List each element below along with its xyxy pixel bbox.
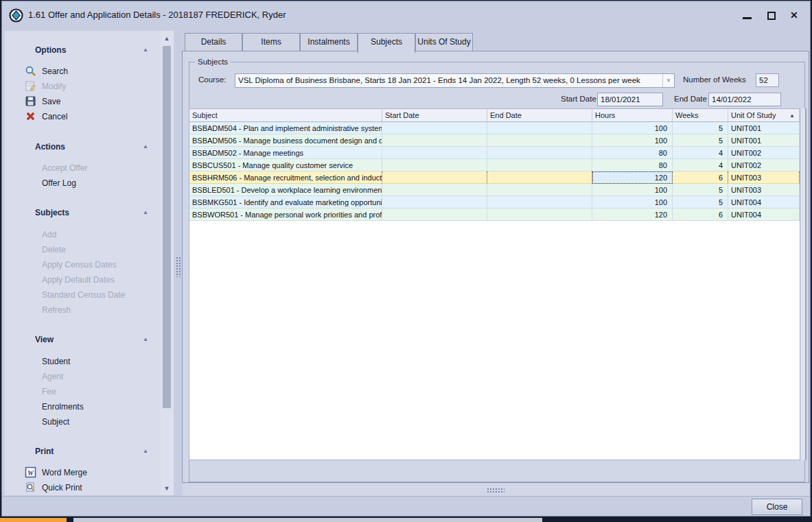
column-header-start-date[interactable]: Start Date	[382, 109, 487, 121]
sidebar-item-student[interactable]: Student	[5, 355, 156, 368]
scrollbar-thumb[interactable]	[163, 46, 171, 408]
cell-hours-focused[interactable]: 120	[592, 171, 673, 184]
section-header-subjects[interactable]: Subjects ▲	[5, 208, 161, 219]
table-row-selected[interactable]: BSBHRM506 - Manage recruitment, selectio…	[189, 171, 800, 184]
course-dropdown[interactable]: VSL Diploma of Business Brisbane, Starts…	[235, 73, 675, 88]
table-row[interactable]: BSBWOR501 - Manage personal work priorit…	[189, 209, 800, 221]
cell-subject[interactable]: BSBADM506 - Manage business document des…	[189, 134, 382, 147]
number-of-weeks-field[interactable]: 52	[756, 73, 779, 87]
tab-details[interactable]: Details	[185, 33, 242, 51]
titlebar[interactable]: 1.61 Offer and Application Details - 201…	[2, 1, 810, 29]
sidebar-item-word-merge[interactable]: W Word Merge	[5, 466, 156, 479]
cell-start-date[interactable]	[382, 209, 487, 221]
cell-end-date[interactable]	[487, 171, 592, 184]
cell-unit-of-study[interactable]: UNIT002	[728, 159, 800, 171]
cell-unit-of-study[interactable]: UNIT001	[728, 134, 800, 147]
cell-weeks[interactable]: 4	[673, 159, 728, 171]
cell-hours[interactable]: 100	[592, 184, 673, 196]
cell-unit-of-study[interactable]: UNIT003	[728, 184, 800, 196]
cell-hours[interactable]: 100	[592, 134, 673, 147]
cell-unit-of-study[interactable]: UNIT001	[728, 122, 800, 134]
sidebar-item-subject[interactable]: Subject	[5, 416, 156, 428]
cell-end-date[interactable]	[487, 159, 592, 171]
cell-start-date[interactable]	[382, 159, 487, 171]
cell-start-date[interactable]	[382, 184, 487, 196]
tab-instalments[interactable]: Instalments	[300, 33, 358, 51]
cell-weeks[interactable]: 5	[673, 122, 728, 134]
cell-subject[interactable]: BSBADM502 - Manage meetings	[189, 147, 382, 159]
cell-end-date[interactable]	[487, 209, 592, 221]
cell-subject[interactable]: BSBHRM506 - Manage recruitment, selectio…	[189, 171, 382, 184]
sidebar-item-save[interactable]: Save	[5, 95, 156, 108]
collapse-arrow-icon[interactable]: ▲	[143, 448, 148, 454]
section-header-options[interactable]: Options ▲	[5, 45, 161, 56]
column-header-subject[interactable]: Subject	[189, 109, 382, 121]
cell-subject[interactable]: BSBCUS501 - Manage quality customer serv…	[189, 159, 382, 171]
cell-subject[interactable]: BSBADM504 - Plan and implement administr…	[189, 122, 382, 134]
cell-unit-of-study[interactable]: UNIT002	[728, 147, 800, 159]
section-header-actions[interactable]: Actions ▲	[5, 142, 161, 153]
cell-end-date[interactable]	[487, 147, 592, 159]
cell-weeks[interactable]: 5	[673, 134, 728, 147]
cell-end-date[interactable]	[487, 184, 592, 196]
collapse-arrow-icon[interactable]: ▲	[143, 47, 148, 53]
cell-weeks[interactable]: 5	[673, 196, 728, 209]
close-window-button[interactable]: ✕	[786, 10, 804, 22]
column-header-unit-of-study[interactable]: Unit Of Study ▲	[728, 109, 800, 121]
section-header-view[interactable]: View ▲	[5, 335, 161, 346]
sidebar-item-cancel[interactable]: Cancel	[5, 110, 156, 123]
cell-hours[interactable]: 80	[592, 147, 673, 159]
cell-hours[interactable]: 80	[592, 159, 673, 171]
sidebar-scrollbar[interactable]: ▲ ▼	[161, 31, 174, 495]
cell-subject[interactable]: BSBLED501 - Develop a workplace learning…	[189, 184, 382, 196]
table-row[interactable]: BSBCUS501 - Manage quality customer serv…	[189, 159, 800, 171]
sidebar-item-search[interactable]: Search	[5, 65, 156, 78]
close-button[interactable]: Close	[752, 499, 802, 515]
cell-end-date[interactable]	[487, 134, 592, 147]
cell-weeks[interactable]: 5	[673, 184, 728, 196]
minimize-button[interactable]	[738, 10, 756, 22]
cell-start-date[interactable]	[382, 147, 487, 159]
cell-unit-of-study[interactable]: UNIT004	[728, 196, 800, 209]
table-row[interactable]: BSBLED501 - Develop a workplace learning…	[189, 184, 800, 196]
cell-start-date[interactable]	[382, 171, 487, 184]
table-row[interactable]: BSBADM502 - Manage meetings 80 4 UNIT002	[189, 147, 800, 159]
chevron-down-icon[interactable]: ▼	[662, 74, 674, 87]
collapse-arrow-icon[interactable]: ▲	[143, 143, 148, 150]
vertical-splitter[interactable]	[174, 31, 182, 484]
tab-items[interactable]: Items	[242, 33, 300, 51]
cell-hours[interactable]: 120	[592, 209, 673, 221]
table-row[interactable]: BSBADM504 - Plan and implement administr…	[189, 122, 800, 134]
tab-subjects[interactable]: Subjects	[358, 33, 415, 54]
table-row[interactable]: BSBMKG501 - Identify and evaluate market…	[189, 196, 800, 209]
cell-weeks[interactable]: 6	[673, 171, 728, 184]
cell-unit-of-study[interactable]: UNIT003	[728, 171, 800, 184]
collapse-arrow-icon[interactable]: ▲	[143, 209, 148, 215]
cell-start-date[interactable]	[382, 134, 487, 147]
scroll-up-icon[interactable]: ▲	[163, 34, 171, 43]
tab-units-of-study[interactable]: Units Of Study	[415, 33, 473, 51]
collapse-arrow-icon[interactable]: ▲	[143, 336, 148, 342]
cell-subject[interactable]: BSBWOR501 - Manage personal work priorit…	[189, 209, 382, 221]
cell-start-date[interactable]	[382, 122, 487, 134]
cell-unit-of-study[interactable]: UNIT004	[728, 209, 800, 221]
cell-end-date[interactable]	[487, 196, 592, 209]
table-row[interactable]: BSBADM506 - Manage business document des…	[189, 134, 800, 147]
cell-weeks[interactable]: 4	[673, 147, 728, 159]
cell-weeks[interactable]: 6	[673, 209, 728, 221]
cell-end-date[interactable]	[487, 122, 592, 134]
cell-start-date[interactable]	[382, 196, 487, 209]
section-header-print[interactable]: Print ▲	[5, 447, 161, 458]
cell-hours[interactable]: 100	[592, 196, 673, 209]
column-header-end-date[interactable]: End Date	[487, 109, 592, 121]
end-date-field[interactable]: 14/01/2022	[708, 93, 781, 106]
maximize-button[interactable]	[763, 10, 780, 22]
scroll-down-icon[interactable]: ▼	[163, 484, 171, 493]
column-header-weeks[interactable]: Weeks	[673, 109, 728, 121]
cell-hours[interactable]: 100	[592, 122, 673, 134]
sidebar-item-quick-print[interactable]: Quick Print	[5, 482, 156, 494]
sidebar-item-offer-log[interactable]: Offer Log	[5, 177, 156, 189]
start-date-field[interactable]: 18/01/2021	[597, 93, 663, 106]
sidebar-item-enrolments[interactable]: Enrolments	[5, 401, 156, 413]
horizontal-splitter[interactable]	[183, 484, 809, 497]
